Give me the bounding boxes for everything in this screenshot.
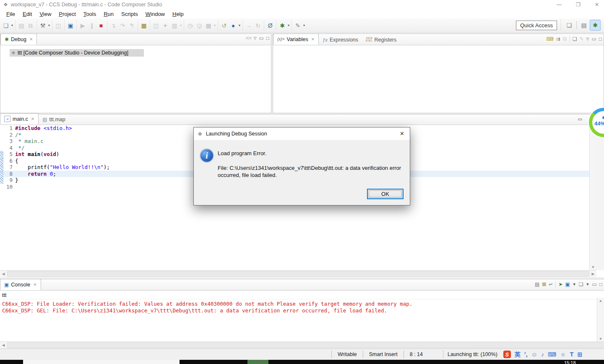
scroll-left-icon[interactable]: ◀ [0,343,7,347]
tab-registers[interactable]: 10100101 Registers [362,34,400,45]
terminate-icon[interactable]: ■ [96,21,106,30]
menu-edit[interactable]: Edit [19,10,36,18]
windows-taskbar[interactable]: 15:18 [0,360,604,364]
dialog-close-button[interactable]: ✕ [400,130,404,137]
soft-keyboard-icon[interactable]: ⌨ [548,351,556,357]
menu-window[interactable]: Window [142,10,169,18]
display-console-icon[interactable]: ▣ [565,282,570,287]
ccs-window: ❖ workspace_v7 - CCS Debug - ttt/main.c … [0,0,604,364]
voice-input-icon[interactable]: ♪ [541,351,544,357]
display-console-dropdown[interactable]: ▼ [573,282,576,286]
console-output[interactable]: C66xx_DSP: File Loader: Verification fai… [0,299,604,322]
tab-debug[interactable]: ✱ Debug ✕ [0,34,37,45]
pin-view-icon[interactable]: ❏ [573,36,577,42]
open-console-dropdown[interactable]: ▼ [586,282,589,286]
scroll-lock-icon[interactable]: ⊠ [542,282,546,287]
punctuation-mode-icon[interactable]: ’, [524,351,528,357]
maximize-view-icon[interactable]: □ [599,282,602,287]
format-brush-icon[interactable]: ✎ [293,21,302,30]
tab-ttt-map[interactable]: ▤ ttt.map [39,114,69,125]
disassembly-view-icon[interactable]: ▣ [66,21,75,30]
close-icon[interactable]: ✕ [29,37,33,42]
menu-file[interactable]: File [3,10,19,18]
remove-all-terminated-icon: ✕✕ [245,36,251,41]
launch-world-dropdown[interactable]: ▾ [238,23,241,27]
minimize-editor-icon[interactable]: ▭ [578,117,582,122]
word-wrap-icon[interactable]: ↵ [549,282,553,287]
scroll-left-icon[interactable]: ◀ [0,272,7,276]
pin-console-icon[interactable]: ➤ [558,282,562,287]
tab-variables[interactable]: (x)= Variables ✕ [273,34,319,45]
debug-bug-dropdown[interactable]: ▾ [287,23,290,27]
skin-shirt-icon[interactable]: T [570,351,574,357]
restart-icon[interactable]: ↺ [219,21,229,30]
toolbox-grid-icon[interactable]: ⊞ [577,351,582,357]
editor-horizontal-scrollbar[interactable]: ◀ ▶ [0,270,596,277]
scroll-up-icon[interactable]: ▲ [599,298,603,304]
ccs-edit-perspective-icon[interactable]: ▤ [579,20,589,30]
minimize-window-button[interactable]: — [557,2,562,8]
new-wizard-icon[interactable]: ❏ [1,21,10,30]
open-console-icon[interactable]: ❏ [579,282,583,287]
scrollbar-thumb[interactable] [7,342,604,348]
add-global-variables-icon[interactable]: ⇉ [556,36,560,42]
edit-watch-icon: ✎ [579,36,583,42]
close-icon[interactable]: ✕ [311,37,315,42]
sogou-logo-icon[interactable]: S [503,351,511,358]
debug-bug-icon[interactable]: ✱ [278,21,287,30]
skin-person-icon[interactable]: ☻ [560,351,566,357]
minimize-view-icon[interactable]: ▭ [592,282,596,287]
maximize-view-icon[interactable]: □ [266,36,269,41]
close-icon[interactable]: ✕ [31,117,34,121]
scroll-right-icon[interactable]: ▶ [590,272,596,276]
new-wizard-dropdown[interactable]: ▾ [10,23,14,27]
build-hammer-dropdown[interactable]: ▾ [47,23,51,27]
console-view: ▣ Console ✕ ▤ ⊠ ↵ ➤ ▣ ▼ ❏ ▼ ▭ □ ttt C66x… [0,279,604,348]
console-vertical-scrollbar[interactable]: ▲ ▼ [597,298,604,342]
ok-button[interactable]: OK [367,189,404,199]
menu-tools[interactable]: Tools [80,10,100,18]
launch-world-icon[interactable]: ● [229,21,238,30]
console-horizontal-scrollbar[interactable]: ◀ [0,341,604,348]
scrollbar-thumb[interactable] [7,271,589,277]
memory-browser-icon[interactable]: ▦ [139,21,148,30]
debug-view-menu-icon[interactable]: ▽ [253,36,256,40]
quick-access-button[interactable]: Quick Access [516,21,557,30]
menu-run[interactable]: Run [100,10,117,18]
menu-scripts[interactable]: Scripts [117,10,142,18]
debug-session-item[interactable]: ❖ ttt [Code Composer Studio - Device Deb… [10,49,144,57]
editor-vertical-scrollbar[interactable]: ▲ ▼ [589,125,596,270]
maximize-view-icon[interactable]: □ [599,36,602,42]
tab-main-c[interactable]: .c main.c ✕ [0,113,39,125]
menu-view[interactable]: View [36,10,55,18]
close-window-button[interactable]: ✕ [595,2,599,8]
open-perspective-icon[interactable]: ❏ [564,20,574,30]
taskbar-clock: 15:18 [564,360,576,364]
ccs-cube-icon: ❖ [198,131,203,137]
menu-help[interactable]: Help [169,10,187,18]
search-icon[interactable]: Ø [266,21,275,30]
clear-console-icon[interactable]: ▤ [535,282,539,287]
tab-console[interactable]: ▣ Console ✕ [0,279,41,290]
line-number: 4 [3,145,15,151]
menu-project[interactable]: Project [55,10,79,18]
build-hammer-icon[interactable]: ⚒ [38,21,47,30]
minimize-view-icon[interactable]: ▭ [591,36,596,42]
minimize-view-icon[interactable]: ▭ [259,36,263,41]
show-type-names-icon[interactable]: ⌨ [546,36,553,42]
close-icon[interactable]: ✕ [33,282,36,287]
maximize-window-button[interactable]: ❐ [576,2,581,8]
emoji-panel-icon[interactable]: ☺ [531,351,537,357]
debug-config-icon: ◫ [54,21,63,30]
profile-window-icon: ▥ [170,21,179,30]
format-brush-dropdown[interactable]: ▾ [302,23,306,27]
scroll-down-icon[interactable]: ▼ [591,264,595,270]
scroll-down-icon[interactable]: ▼ [599,336,603,342]
variables-view-menu-icon[interactable]: ▽ [586,37,589,41]
resume-icon: ▶ [78,21,87,30]
language-mode-icon[interactable]: 英 [515,351,521,357]
tab-expressions[interactable]: ƒx Expressions [319,34,362,45]
taskbar-app-segment[interactable] [23,360,180,364]
ccs-debug-perspective-icon[interactable]: ✱ [590,20,601,31]
taskbar-app-segment-green[interactable] [247,360,268,364]
